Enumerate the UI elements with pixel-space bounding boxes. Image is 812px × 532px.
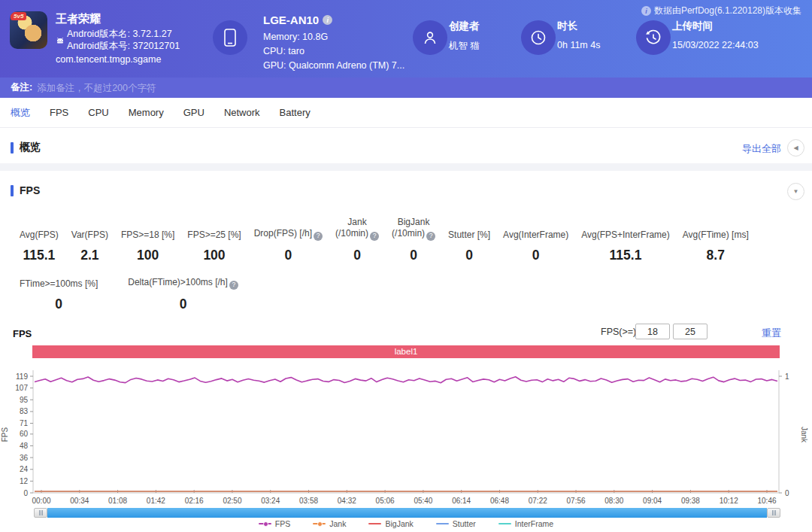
stat-label: Delta(FTime)>100ms [/h] [128, 277, 228, 287]
device-memory: Memory: 10.8G [263, 32, 328, 42]
stat-value: 2.1 [71, 247, 108, 263]
stat-label: FTime>=100ms [%] [20, 278, 98, 289]
svg-text:12: 12 [20, 477, 29, 485]
legend-item-fps[interactable]: FPS [259, 519, 290, 528]
stat-label: FPS>=25 [%] [187, 230, 241, 240]
reset-link[interactable]: 重置 [762, 327, 781, 340]
svg-text:01:42: 01:42 [147, 497, 165, 505]
stat-value: 100 [187, 247, 241, 263]
fps-line-chart[interactable]: 01224364860718395107119FPS01Jank00:0000:… [0, 361, 812, 506]
section-divider [0, 163, 812, 171]
android-version-code: Android版本号: 372012701 [67, 40, 180, 53]
legend-label: BigJank [385, 519, 413, 528]
stat-value: 0 [503, 247, 568, 263]
creator-value: 机智 猫 [449, 40, 480, 53]
svg-text:07:22: 07:22 [529, 497, 547, 505]
overview-collapse-button[interactable]: ◀ [787, 139, 804, 157]
stat-label: Avg(FPS+InterFrame) [581, 230, 669, 240]
stat-label: Jank (/10min) [335, 217, 368, 239]
svg-text:07:56: 07:56 [567, 497, 586, 505]
fps-threshold-input-1[interactable] [635, 324, 670, 339]
export-all-link[interactable]: 导出全部 [742, 142, 781, 156]
legend-marker-icon [436, 523, 449, 524]
stat-cell: FPS>=25 [%]100 [187, 230, 241, 263]
legend-item-bigjank[interactable]: BigJank [368, 519, 413, 528]
stat-cell: Avg(FPS+InterFrame)115.1 [581, 230, 669, 263]
stat-cell: Drop(FPS) [/h]?0 [254, 228, 323, 263]
device-name: LGE-AN10 i [263, 14, 332, 26]
stat-label: Var(FPS) [71, 230, 108, 240]
help-icon[interactable]: ? [370, 232, 379, 241]
stat-value: 100 [121, 247, 174, 263]
scrollbar-right-handle[interactable] [767, 508, 780, 518]
tab-6[interactable]: Battery [280, 107, 311, 118]
svg-text:03:24: 03:24 [261, 497, 280, 505]
stat-cell: Delta(FTime)>100ms [/h]?0 [128, 277, 238, 312]
stat-value: 0 [128, 296, 238, 312]
legend-label: Jank [329, 519, 346, 528]
tab-2[interactable]: CPU [88, 107, 108, 118]
game-title: 王者荣耀 [56, 12, 101, 26]
scrollbar-track[interactable] [47, 508, 767, 518]
tab-1[interactable]: FPS [50, 107, 68, 118]
fps-chart-title: FPS [13, 328, 32, 339]
creator-label: 创建者 [449, 20, 480, 33]
tab-3[interactable]: Memory [129, 107, 164, 118]
help-icon[interactable]: ? [229, 281, 238, 290]
stat-cell: Var(FPS)2.1 [71, 230, 108, 263]
svg-text:83: 83 [20, 407, 29, 415]
note-bar: 备注: [0, 78, 812, 98]
svg-text:09:04: 09:04 [643, 497, 662, 505]
overview-title: 概览 [20, 141, 41, 154]
tab-5[interactable]: Network [224, 107, 260, 118]
help-icon[interactable]: ? [314, 232, 323, 241]
svg-text:10:46: 10:46 [757, 497, 776, 505]
info-icon: i [641, 6, 651, 16]
svg-text:00:00: 00:00 [32, 497, 50, 505]
scrollbar-left-handle[interactable] [34, 508, 47, 518]
accent-bar [11, 142, 14, 154]
device-name-text: LGE-AN10 [263, 14, 319, 26]
svg-text:48: 48 [20, 442, 29, 450]
svg-text:60: 60 [20, 430, 29, 438]
stat-value: 0 [448, 247, 490, 263]
tab-4[interactable]: GPU [183, 107, 205, 118]
tab-bar: 概览FPSCPUMemoryGPUNetworkBattery [0, 98, 812, 128]
chart-label-banner[interactable]: label1 [32, 345, 780, 358]
android-icon [56, 35, 65, 48]
upload-time-icon [636, 20, 671, 55]
fps-threshold-input-2[interactable] [673, 324, 707, 339]
svg-text:04:32: 04:32 [338, 497, 356, 505]
stat-cell: BigJank (/10min)?0 [392, 217, 435, 263]
fps-section-title: FPS [20, 184, 40, 196]
fps-collapse-button[interactable]: ▼ [787, 183, 804, 200]
legend-item-stutter[interactable]: Stutter [436, 519, 476, 528]
android-version-name: Android版本名: 3.72.1.27 [67, 28, 172, 41]
collect-note-text: 数据由PerfDog(6.1.220128)版本收集 [654, 5, 801, 17]
svg-text:95: 95 [20, 396, 29, 404]
svg-text:71: 71 [20, 419, 29, 427]
help-icon[interactable]: ? [426, 232, 435, 241]
stat-value: 115.1 [20, 247, 59, 263]
legend-item-jank[interactable]: Jank [313, 519, 346, 528]
stat-value: 0 [392, 247, 435, 263]
app-icon-badge: 5v5 [11, 12, 26, 20]
legend-item-interframe[interactable]: InterFrame [498, 519, 553, 528]
note-input[interactable] [37, 83, 413, 93]
stat-cell: Avg(InterFrame)0 [503, 230, 568, 263]
svg-text:107: 107 [15, 384, 28, 392]
tab-0[interactable]: 概览 [11, 106, 30, 120]
device-info-icon[interactable]: i [323, 15, 332, 25]
svg-text:Jank: Jank [800, 427, 808, 443]
svg-text:01:08: 01:08 [108, 497, 127, 505]
svg-text:09:38: 09:38 [681, 497, 700, 505]
duration-icon [521, 20, 556, 55]
device-cpu: CPU: taro [263, 46, 304, 56]
svg-text:119: 119 [16, 372, 28, 381]
legend-label: FPS [275, 519, 290, 528]
legend-marker-icon [259, 523, 271, 524]
svg-text:05:40: 05:40 [414, 497, 432, 505]
collect-note: i 数据由PerfDog(6.1.220128)版本收集 [641, 5, 801, 17]
app-package-name: com.tencent.tmgp.sgame [56, 54, 161, 65]
creator-icon [413, 20, 447, 55]
